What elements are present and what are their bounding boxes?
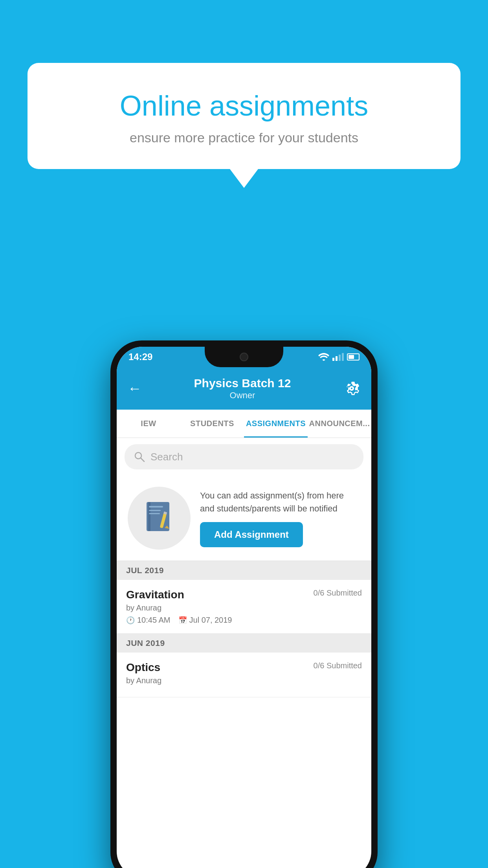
svg-line-1: [141, 458, 145, 462]
speech-bubble-subtitle: ensure more practice for your students: [59, 130, 429, 145]
calendar-icon: 📅: [178, 616, 187, 625]
promo-icon-circle: [128, 487, 191, 550]
header-subtitle: Owner: [194, 390, 291, 401]
assignment-by-optics: by Anurag: [126, 676, 362, 685]
meta-date: 📅 Jul 07, 2019: [178, 616, 232, 625]
tab-iew[interactable]: IEW: [117, 410, 180, 438]
header-title-group: Physics Batch 12 Owner: [194, 376, 291, 401]
speech-bubble-title: Online assignments: [59, 90, 429, 121]
month-separator-jun: JUN 2019: [117, 634, 371, 653]
promo-text: You can add assignment(s) from here and …: [200, 489, 360, 515]
assignment-header: Gravitation 0/6 Submitted: [126, 588, 362, 601]
tabs-bar: IEW STUDENTS ASSIGNMENTS ANNOUNCEM...: [117, 410, 371, 438]
tab-students[interactable]: STUDENTS: [180, 410, 244, 438]
assignment-item-optics[interactable]: Optics 0/6 Submitted by Anurag: [117, 653, 371, 697]
phone-notch: [205, 347, 283, 367]
tab-announcements[interactable]: ANNOUNCEM...: [308, 410, 371, 438]
assignment-meta: 🕐 10:45 AM 📅 Jul 07, 2019: [126, 616, 362, 625]
speech-bubble-section: Online assignments ensure more practice …: [28, 63, 460, 188]
clock-icon: 🕐: [126, 616, 135, 625]
assignment-date: Jul 07, 2019: [189, 616, 232, 625]
status-time: 14:29: [128, 351, 152, 362]
search-placeholder: Search: [150, 451, 183, 463]
search-bar[interactable]: Search: [125, 444, 363, 469]
signal-icon: [332, 353, 344, 361]
back-button[interactable]: ←: [128, 380, 142, 397]
svg-rect-5: [149, 510, 161, 511]
month-separator-jul: JUL 2019: [117, 561, 371, 580]
assignment-time: 10:45 AM: [137, 616, 171, 625]
camera: [240, 353, 248, 361]
tab-assignments[interactable]: ASSIGNMENTS: [244, 410, 308, 438]
meta-time: 🕐 10:45 AM: [126, 616, 171, 625]
battery-fill: [349, 355, 354, 359]
svg-point-0: [135, 452, 141, 459]
phone-wrapper: 14:29: [110, 340, 378, 868]
battery-icon: [347, 353, 360, 360]
svg-rect-6: [149, 513, 160, 514]
promo-content: You can add assignment(s) from here and …: [200, 489, 360, 547]
speech-bubble-tail: [230, 169, 258, 188]
settings-icon[interactable]: [343, 380, 360, 397]
phone-frame: 14:29: [110, 340, 378, 868]
svg-rect-4: [149, 506, 163, 508]
wifi-icon: [318, 353, 329, 361]
status-icons: [318, 353, 360, 361]
search-icon: [134, 451, 145, 462]
notebook-icon: [143, 500, 175, 536]
assignment-header-optics: Optics 0/6 Submitted: [126, 661, 362, 674]
add-assignment-button[interactable]: Add Assignment: [200, 522, 303, 547]
header-title: Physics Batch 12: [194, 376, 291, 390]
assignment-title: Gravitation: [126, 588, 184, 601]
content-area: Search: [117, 438, 371, 697]
add-assignment-promo: You can add assignment(s) from here and …: [117, 476, 371, 561]
search-bar-container: Search: [117, 438, 371, 476]
assignment-submitted-optics: 0/6 Submitted: [314, 661, 362, 670]
assignment-title-optics: Optics: [126, 661, 160, 674]
speech-bubble-card: Online assignments ensure more practice …: [28, 63, 460, 169]
phone-screen: 14:29: [117, 347, 371, 868]
assignment-submitted: 0/6 Submitted: [314, 588, 362, 598]
assignment-by: by Anurag: [126, 603, 362, 612]
assignment-item-gravitation[interactable]: Gravitation 0/6 Submitted by Anurag 🕐 10…: [117, 580, 371, 634]
app-header: ← Physics Batch 12 Owner: [117, 367, 371, 410]
